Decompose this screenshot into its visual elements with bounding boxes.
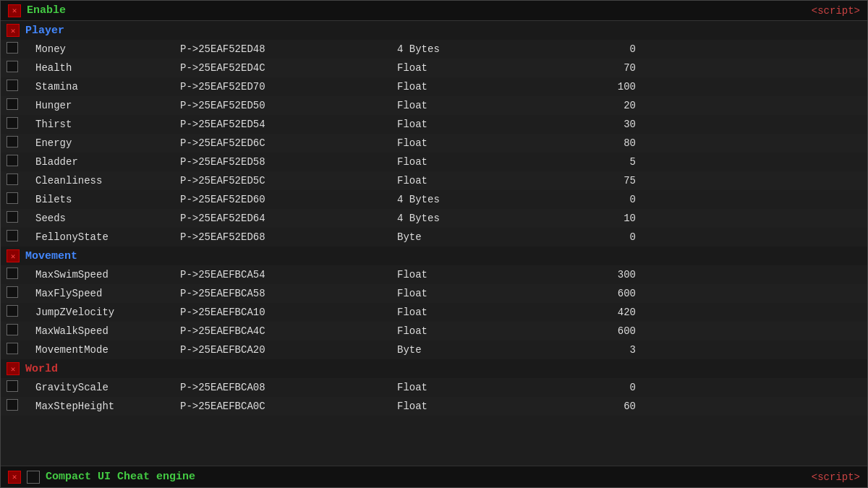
row-value: 0	[542, 43, 650, 55]
row-checkbox[interactable]	[7, 399, 35, 414]
table-row: MaxFlySpeed P->25EAEFBCA58 Float 600	[1, 284, 867, 303]
row-checkbox[interactable]	[7, 343, 35, 357]
row-type: Float	[397, 137, 542, 149]
table-row: Money P->25EAF52ED48 4 Bytes 0	[1, 40, 867, 59]
row-checkbox[interactable]	[7, 42, 35, 56]
row-address: P->25EAEFBCA0C	[180, 401, 397, 412]
row-address: P->25EAF52ED64	[180, 213, 397, 224]
row-name: Money	[35, 43, 180, 55]
row-value: 10	[542, 213, 650, 224]
table-row: Energy P->25EAF52ED6C Float 80	[1, 134, 867, 153]
row-name: Bladder	[35, 156, 180, 168]
row-name: MaxFlySpeed	[35, 288, 180, 299]
row-value: 3	[542, 344, 650, 356]
row-value: 80	[542, 137, 650, 149]
table-row: Bladder P->25EAF52ED58 Float 5	[1, 153, 867, 171]
world-section-checkbox[interactable]: ✕	[7, 362, 20, 375]
row-value: 600	[542, 325, 650, 337]
row-checkbox[interactable]	[7, 80, 35, 94]
table-row: MaxSwimSpeed P->25EAEFBCA54 Float 300	[1, 265, 867, 284]
row-checkbox[interactable]	[7, 192, 35, 207]
row-address: P->25EAF52ED5C	[180, 175, 397, 187]
section-header-world: ✕ World	[1, 359, 867, 378]
row-address: P->25EAF52ED54	[180, 119, 397, 130]
row-name: MaxWalkSpeed	[35, 325, 180, 337]
row-value: 420	[542, 307, 650, 318]
row-name: Seeds	[35, 213, 180, 224]
row-address: P->25EAEFBCA54	[180, 269, 397, 281]
row-type: Float	[397, 119, 542, 130]
movement-section-checkbox[interactable]: ✕	[7, 249, 20, 262]
bottom-bar: ✕ Compact UI Cheat engine <script>	[1, 466, 867, 487]
app-container: ✕ Enable <script> ✕ Player Money P->25EA…	[0, 0, 868, 488]
row-checkbox[interactable]	[7, 61, 35, 75]
row-type: Byte	[397, 344, 542, 356]
row-type: Float	[397, 81, 542, 93]
row-type: Float	[397, 325, 542, 337]
row-checkbox[interactable]	[7, 117, 35, 132]
row-address: P->25EAF52ED58	[180, 156, 397, 168]
row-checkbox[interactable]	[7, 324, 35, 338]
row-address: P->25EAF52ED60	[180, 194, 397, 205]
enable-checkbox[interactable]: ✕	[8, 4, 21, 17]
row-type: Float	[397, 269, 542, 281]
row-address: P->25EAEFBCA58	[180, 288, 397, 299]
row-value: 60	[542, 401, 650, 412]
row-checkbox[interactable]	[7, 286, 35, 301]
row-checkbox[interactable]	[7, 305, 35, 320]
row-value: 0	[542, 194, 650, 205]
row-name: FellonyState	[35, 231, 180, 243]
table-row: Stamina P->25EAF52ED70 Float 100	[1, 77, 867, 96]
content-area: ✕ Player Money P->25EAF52ED48 4 Bytes 0 …	[1, 21, 867, 466]
row-checkbox[interactable]	[7, 380, 35, 395]
row-value: 30	[542, 119, 650, 130]
player-section-title: Player	[25, 25, 64, 37]
table-row: GravityScale P->25EAEFBCA08 Float 0	[1, 378, 867, 397]
table-row: MaxWalkSpeed P->25EAEFBCA4C Float 600	[1, 322, 867, 341]
row-type: 4 Bytes	[397, 43, 542, 55]
section-header-player: ✕ Player	[1, 21, 867, 40]
table-row: Cleanliness P->25EAF52ED5C Float 75	[1, 171, 867, 190]
row-checkbox[interactable]	[7, 267, 35, 282]
row-address: P->25EAF52ED6C	[180, 137, 397, 149]
row-address: P->25EAEFBCA4C	[180, 325, 397, 337]
row-checkbox[interactable]	[7, 155, 35, 169]
row-name: GravityScale	[35, 382, 180, 393]
table-row: Hunger P->25EAF52ED50 Float 20	[1, 96, 867, 115]
row-value: 0	[542, 231, 650, 243]
row-type: Byte	[397, 231, 542, 243]
row-value: 100	[542, 81, 650, 93]
standalone-checkbox[interactable]	[27, 471, 40, 484]
table-row: Bilets P->25EAF52ED60 4 Bytes 0	[1, 190, 867, 209]
player-section-checkbox[interactable]: ✕	[7, 24, 20, 37]
row-checkbox[interactable]	[7, 98, 35, 113]
table-row: Thirst P->25EAF52ED54 Float 30	[1, 115, 867, 134]
row-value: 600	[542, 288, 650, 299]
row-value: 75	[542, 175, 650, 187]
row-name: MaxStepHeight	[35, 401, 180, 412]
row-address: P->25EAEFBCA08	[180, 382, 397, 393]
row-type: Float	[397, 100, 542, 111]
row-checkbox[interactable]	[7, 211, 35, 226]
row-checkbox[interactable]	[7, 174, 35, 188]
row-type: Float	[397, 175, 542, 187]
section-header-movement: ✕ Movement	[1, 247, 867, 265]
row-value: 300	[542, 269, 650, 281]
table-row: MovementMode P->25EAEFBCA20 Byte 3	[1, 341, 867, 359]
table-row: FellonyState P->25EAF52ED68 Byte 0	[1, 228, 867, 247]
top-bar: ✕ Enable <script>	[1, 1, 867, 21]
row-checkbox[interactable]	[7, 136, 35, 150]
row-name: JumpZVelocity	[35, 307, 180, 318]
row-name: Cleanliness	[35, 175, 180, 187]
bottom-checkbox[interactable]: ✕	[8, 471, 21, 484]
compact-label: Compact UI Cheat engine	[46, 471, 195, 483]
row-name: Bilets	[35, 194, 180, 205]
row-type: Float	[397, 288, 542, 299]
row-address: P->25EAF52ED4C	[180, 62, 397, 74]
row-type: Float	[397, 307, 542, 318]
header-script-label: <script>	[812, 5, 860, 17]
row-type: Float	[397, 62, 542, 74]
row-name: Stamina	[35, 81, 180, 93]
row-address: P->25EAF52ED48	[180, 43, 397, 55]
row-checkbox[interactable]	[7, 230, 35, 244]
